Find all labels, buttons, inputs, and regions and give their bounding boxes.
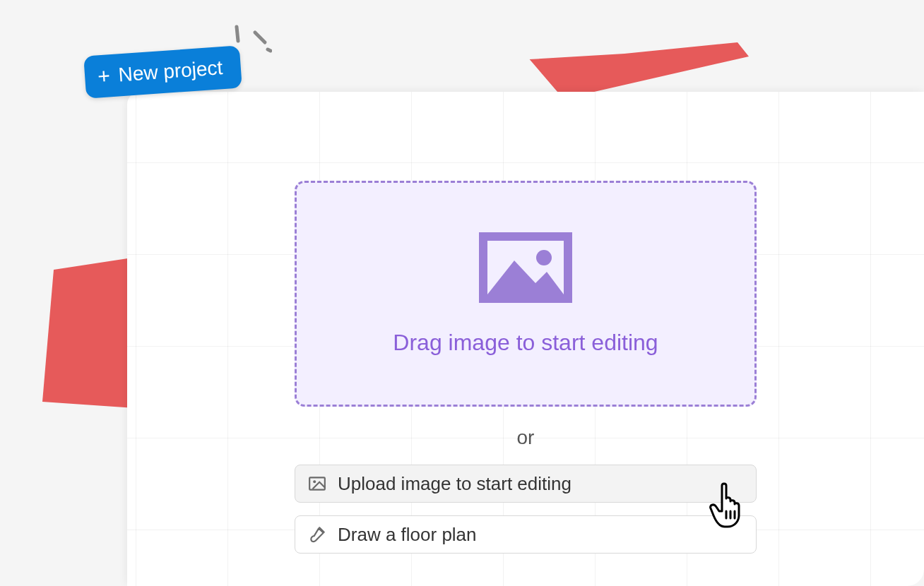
svg-line-1 xyxy=(255,32,265,42)
brush-icon xyxy=(308,525,326,544)
svg-point-5 xyxy=(536,250,552,265)
separator-text: or xyxy=(517,426,535,449)
panel-content: Drag image to start editing or Upload im… xyxy=(127,92,924,566)
new-project-label: New project xyxy=(118,56,224,86)
svg-line-0 xyxy=(237,27,238,41)
editor-panel: Drag image to start editing or Upload im… xyxy=(127,92,924,586)
plus-icon: + xyxy=(97,65,111,87)
decorative-shape-top xyxy=(523,42,749,99)
svg-point-8 xyxy=(313,480,316,483)
dropzone-text: Drag image to start editing xyxy=(393,330,658,356)
image-icon xyxy=(308,474,326,493)
image-dropzone[interactable]: Drag image to start editing xyxy=(295,181,757,407)
upload-image-label: Upload image to start editing xyxy=(338,473,571,495)
draw-floor-plan-label: Draw a floor plan xyxy=(338,524,477,546)
new-project-button[interactable]: + New project xyxy=(83,45,242,98)
svg-line-2 xyxy=(268,49,271,51)
draw-floor-plan-button[interactable]: Draw a floor plan xyxy=(295,515,757,554)
image-placeholder-icon xyxy=(479,232,572,303)
upload-image-button[interactable]: Upload image to start editing xyxy=(295,465,757,503)
